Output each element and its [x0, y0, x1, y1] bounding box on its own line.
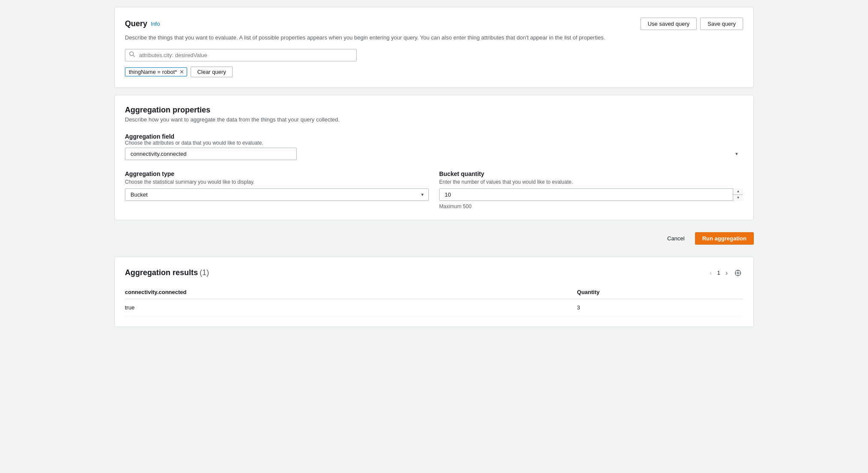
bucket-quantity-increment-button[interactable]: ▲ — [733, 188, 743, 195]
results-title: Aggregation results — [125, 268, 198, 277]
search-wrapper — [125, 49, 743, 61]
aggregation-field-select-wrapper: connectivity.connected thingName attribu… — [125, 148, 743, 160]
aggregation-type-description: Choose the statistical summary you would… — [125, 179, 429, 185]
aggregation-field-select-arrow-icon: ▼ — [734, 152, 739, 156]
aggregation-field-label: Aggregation field — [125, 133, 743, 140]
results-table-head: connectivity.connected Quantity — [125, 285, 743, 299]
svg-line-1 — [133, 55, 135, 57]
pagination-prev-button[interactable]: ‹ — [708, 267, 713, 279]
query-tag-value: thingName = robot* — [129, 69, 177, 75]
query-title-row: Query Info — [125, 19, 160, 28]
aggregation-type-select-wrapper: Bucket Count Statistics Percentiles ▼ — [125, 188, 429, 201]
clear-query-button[interactable]: Clear query — [191, 67, 232, 77]
column-header-field: connectivity.connected — [125, 285, 577, 299]
result-field-value: true — [125, 299, 577, 316]
bucket-quantity-hint: Maximum 500 — [439, 203, 743, 209]
column-header-quantity: Quantity — [577, 285, 743, 299]
aggregation-type-select[interactable]: Bucket Count Statistics Percentiles — [125, 188, 429, 201]
search-icon — [129, 52, 135, 59]
bucket-quantity-label: Bucket quantity — [439, 170, 743, 177]
results-pagination: ‹ 1 › — [708, 267, 743, 279]
agg-type-bucket-row: Aggregation type Choose the statistical … — [125, 170, 743, 209]
query-description: Describe the things that you want to eva… — [125, 33, 743, 42]
svg-point-0 — [130, 52, 134, 56]
bucket-quantity-decrement-button[interactable]: ▼ — [733, 195, 743, 201]
results-table: connectivity.connected Quantity true 3 — [125, 285, 743, 316]
aggregation-type-label: Aggregation type — [125, 170, 429, 177]
query-info-link[interactable]: Info — [151, 21, 160, 27]
aggregation-field-select[interactable]: connectivity.connected thingName attribu… — [125, 148, 297, 160]
query-tag: thingName = robot* ✕ — [125, 67, 187, 76]
results-table-header-row: connectivity.connected Quantity — [125, 285, 743, 299]
query-tag-close-button[interactable]: ✕ — [179, 69, 185, 75]
pagination-settings-button[interactable] — [733, 268, 743, 278]
results-section: Aggregation results (1) ‹ 1 › — [114, 257, 754, 327]
results-header: Aggregation results (1) ‹ 1 › — [125, 267, 743, 279]
aggregation-title: Aggregation properties — [125, 106, 743, 115]
results-count: (1) — [200, 268, 209, 277]
save-query-button[interactable]: Save query — [700, 18, 743, 30]
bucket-quantity-input[interactable] — [439, 188, 743, 201]
query-tags: thingName = robot* ✕ Clear query — [125, 67, 743, 77]
bucket-quantity-input-wrapper: ▲ ▼ — [439, 188, 743, 201]
svg-point-3 — [737, 272, 739, 274]
pagination-page: 1 — [717, 270, 720, 276]
bucket-quantity-group: Bucket quantity Enter the number of valu… — [439, 170, 743, 209]
results-table-body: true 3 — [125, 299, 743, 316]
action-row: Cancel Run aggregation — [114, 227, 754, 250]
query-title: Query — [125, 19, 147, 28]
aggregation-card: Aggregation properties Describe how you … — [114, 95, 754, 220]
run-aggregation-button[interactable]: Run aggregation — [695, 232, 754, 245]
aggregation-field-description: Choose the attributes or data that you w… — [125, 140, 743, 146]
use-saved-query-button[interactable]: Use saved query — [640, 18, 697, 30]
pagination-next-button[interactable]: › — [724, 267, 729, 279]
aggregation-field-section: Aggregation field Choose the attributes … — [125, 133, 743, 160]
query-card: Query Info Use saved query Save query De… — [114, 7, 754, 88]
result-quantity-value: 3 — [577, 299, 743, 316]
cancel-button[interactable]: Cancel — [662, 233, 689, 244]
aggregation-description: Describe how you want to aggregate the d… — [125, 116, 743, 123]
bucket-quantity-description: Enter the number of values that you woul… — [439, 179, 743, 185]
results-title-row: Aggregation results (1) — [125, 268, 209, 277]
search-input[interactable] — [125, 49, 357, 61]
page-container: Query Info Use saved query Save query De… — [114, 7, 754, 327]
query-header: Query Info Use saved query Save query — [125, 18, 743, 30]
table-row: true 3 — [125, 299, 743, 316]
query-header-buttons: Use saved query Save query — [640, 18, 743, 30]
bucket-quantity-spinners: ▲ ▼ — [733, 188, 743, 201]
aggregation-type-group: Aggregation type Choose the statistical … — [125, 170, 429, 201]
